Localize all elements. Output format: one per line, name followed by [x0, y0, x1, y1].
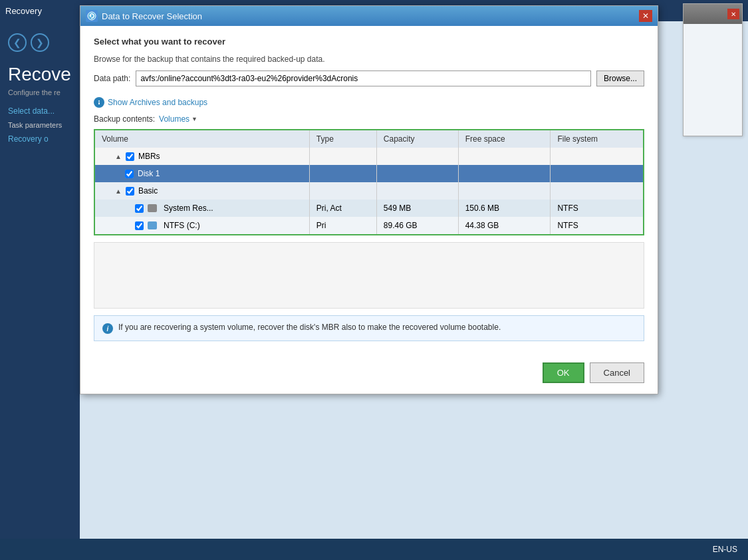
locale-badge: EN-US	[709, 542, 741, 557]
show-archives-link[interactable]: Show Archives and backups	[94, 97, 644, 108]
mbrs-cell: ▲ MBRs	[95, 148, 309, 165]
mbrs-label: MBRs	[138, 152, 160, 161]
description-area	[94, 242, 644, 309]
col-capacity: Capacity	[376, 130, 458, 148]
mbrs-expand-icon[interactable]: ▲	[115, 153, 122, 160]
dialog-title: Data to Recover Selection	[102, 11, 202, 21]
table-row: NTFS (C:) Pri 89.46 GB 44.38 GB NTFS	[95, 217, 643, 234]
col-file-system: File system	[551, 130, 643, 148]
ntfs-cell: NTFS (C:)	[95, 217, 309, 234]
mbrs-type	[309, 148, 376, 165]
dialog-description: Browse for the backup that contains the …	[94, 55, 644, 64]
background-dialog: ✕	[683, 3, 743, 136]
data-path-row: Data path: Browse...	[94, 70, 644, 86]
sidebar: ❮ ❯ Recove Configure the re Select data.…	[0, 21, 80, 560]
basic-free-space	[458, 182, 551, 200]
sysres-disk-icon	[148, 204, 157, 212]
dialog-title-left: Data to Recover Selection	[86, 10, 202, 22]
col-free-space: Free space	[458, 130, 551, 148]
data-path-input[interactable]	[136, 70, 591, 86]
dialog-section-title: Select what you want to recover	[94, 37, 644, 47]
disk1-checkbox[interactable]	[125, 170, 134, 178]
mbrs-file-system	[551, 148, 643, 165]
ok-button[interactable]: OK	[543, 362, 584, 383]
ntfs-capacity: 89.46 GB	[376, 217, 458, 234]
dialog-titlebar: Data to Recover Selection ✕	[80, 6, 658, 26]
disk1-cell: Disk 1	[95, 165, 309, 182]
volumes-dropdown[interactable]: Volumes ▼	[159, 114, 197, 124]
info-box: i If you are recovering a system volume,…	[94, 315, 644, 341]
mbrs-checkbox-cell: ▲ MBRs	[102, 152, 303, 161]
bg-dialog-close-button[interactable]: ✕	[727, 9, 739, 19]
ntfs-checkbox-cell: NTFS (C:)	[102, 221, 303, 230]
mbrs-free-space	[458, 148, 551, 165]
basic-type	[309, 182, 376, 200]
cancel-button[interactable]: Cancel	[590, 362, 644, 383]
sidebar-nav: ❮ ❯	[0, 28, 80, 57]
backup-contents-label: Backup contents:	[94, 114, 155, 124]
show-archives-icon	[94, 97, 104, 108]
ntfs-type: Pri	[309, 217, 376, 234]
browse-button[interactable]: Browse...	[596, 70, 644, 86]
basic-label: Basic	[138, 186, 158, 196]
basic-cell: ▲ Basic	[95, 182, 309, 200]
sysres-type: Pri, Act	[309, 200, 376, 217]
disk1-type	[309, 165, 376, 182]
nav-back-button[interactable]: ❮	[8, 33, 27, 52]
bg-dialog-titlebar: ✕	[684, 4, 742, 24]
table-row: Disk 1	[95, 165, 643, 182]
volumes-label: Volumes	[159, 114, 189, 124]
archives-icon-svg	[95, 98, 103, 106]
disk1-capacity	[376, 165, 458, 182]
sidebar-item-select-data[interactable]: Select data...	[0, 103, 80, 119]
ntfs-disk-icon	[148, 221, 157, 229]
dialog-icon	[86, 10, 98, 22]
mbrs-checkbox[interactable]	[126, 152, 134, 161]
ntfs-free-space: 44.38 GB	[458, 217, 551, 234]
sysres-cell: System Res...	[95, 200, 309, 217]
recover-icon	[87, 11, 96, 21]
sidebar-item-task-parameters[interactable]: Task parameters	[0, 119, 80, 131]
col-volume: Volume	[95, 130, 309, 148]
sysres-checkbox-cell: System Res...	[102, 204, 303, 213]
app-title: Recovery	[5, 6, 42, 16]
volumes-table-container: Volume Type Capacity Free space File sys…	[94, 129, 644, 235]
dropdown-arrow-icon: ▼	[191, 116, 197, 122]
svg-rect-4	[98, 102, 100, 104]
table-row: ▲ Basic	[95, 182, 643, 200]
ntfs-file-system: NTFS	[551, 217, 643, 234]
ntfs-label: NTFS (C:)	[164, 221, 200, 230]
taskbar: EN-US	[0, 539, 748, 560]
disk1-file-system	[551, 165, 643, 182]
sysres-free-space: 150.6 MB	[458, 200, 551, 217]
basic-checkbox-cell: ▲ Basic	[102, 186, 303, 196]
dialog-close-button[interactable]: ✕	[639, 10, 652, 22]
table-row: System Res... Pri, Act 549 MB 150.6 MB N…	[95, 200, 643, 217]
show-archives-label: Show Archives and backups	[108, 98, 207, 107]
table-header: Volume Type Capacity Free space File sys…	[95, 130, 643, 148]
sidebar-title: Recove	[0, 57, 80, 88]
disk1-label: Disk 1	[138, 169, 160, 178]
sidebar-subtitle: Configure the re	[0, 88, 80, 103]
sysres-checkbox[interactable]	[135, 204, 144, 213]
nav-forward-button[interactable]: ❯	[31, 33, 49, 52]
data-path-label: Data path:	[94, 74, 130, 83]
col-type: Type	[309, 130, 376, 148]
dialog-body: Select what you want to recover Browse f…	[80, 26, 658, 362]
basic-checkbox[interactable]	[126, 187, 134, 196]
dialog-footer: OK Cancel	[80, 362, 658, 394]
disk1-free-space	[458, 165, 551, 182]
sidebar-item-recovery[interactable]: Recovery o	[0, 131, 80, 147]
basic-expand-icon[interactable]: ▲	[115, 188, 122, 195]
basic-file-system	[551, 182, 643, 200]
ntfs-checkbox[interactable]	[135, 221, 144, 230]
sysres-capacity: 549 MB	[376, 200, 458, 217]
info-text: If you are recovering a system volume, r…	[118, 323, 501, 332]
disk1-checkbox-cell: Disk 1	[102, 169, 303, 178]
mbrs-capacity	[376, 148, 458, 165]
basic-capacity	[376, 182, 458, 200]
sysres-file-system: NTFS	[551, 200, 643, 217]
sysres-label: System Res...	[164, 204, 213, 213]
table-row: ▲ MBRs	[95, 148, 643, 165]
svg-point-3	[98, 100, 100, 102]
